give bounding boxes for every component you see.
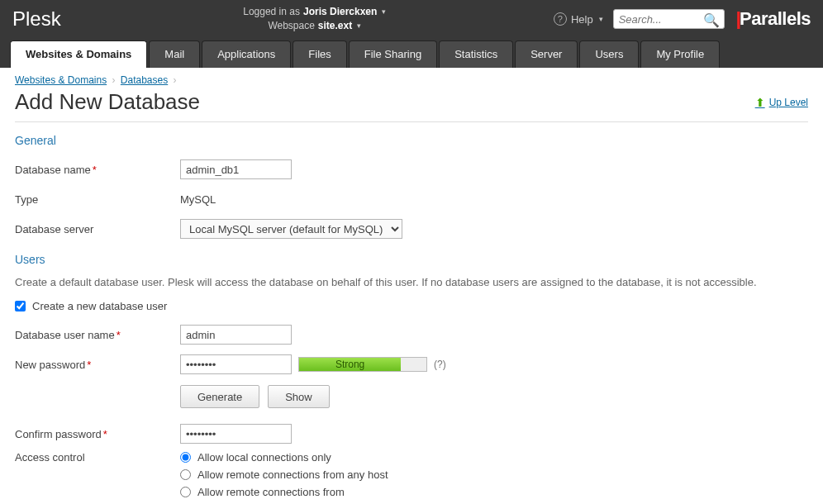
access-radio-2[interactable] [180,487,191,497]
page-body: Websites & Domains › Databases › Add New… [0,68,823,504]
generate-button[interactable]: Generate [180,385,259,408]
top-bar: Plesk Logged in as Joris Dierckxen ▾ Web… [0,0,823,38]
row-db-user-name: Database user name* [15,322,808,347]
input-new-password[interactable] [180,354,292,374]
label-type: Type [15,193,180,206]
breadcrumb-sep: › [174,74,177,86]
breadcrumb-link-websites[interactable]: Websites & Domains [15,74,107,86]
partner-logo: ||Parallels [736,8,811,30]
password-strength-label: Strong [299,358,401,371]
input-db-name[interactable] [180,159,292,179]
row-db-server: Database server Local MySQL server (defa… [15,216,808,241]
section-title-general: General [15,134,808,149]
webspace-label: Webspace [268,19,314,33]
webspace-row[interactable]: Webspace site.ext ▾ [268,19,361,33]
up-arrow-icon: ⬆ [755,96,765,109]
logged-in-label: Logged in as [243,5,300,19]
up-level-link[interactable]: ⬆ Up Level [755,96,808,109]
section-desc-users: Create a default database user. Plesk wi… [15,276,808,288]
value-type: MySQL [180,193,216,206]
chevron-down-icon: ▾ [382,7,386,17]
checkbox-create-user[interactable] [15,301,26,311]
divider [15,121,808,122]
help-menu[interactable]: ? Help ▾ [554,12,603,26]
search-wrap: 🔍 [613,9,725,29]
row-create-user: Create a new database user [15,300,808,312]
tab-files[interactable]: Files [293,40,346,68]
tab-applications[interactable]: Applications [202,40,291,68]
label-confirm-password: Confirm password* [15,428,180,440]
chevron-down-icon: ▾ [599,15,603,23]
row-generate-show: Generate Show [15,382,808,416]
password-strength-meter: Strong [298,357,427,372]
logged-in-user: Joris Dierckxen [303,5,377,19]
session-info: Logged in as Joris Dierckxen ▾ Webspace … [86,5,544,33]
main-tabs: Websites & DomainsMailApplicationsFilesF… [0,38,823,68]
input-db-user-name[interactable] [180,325,292,345]
access-option-2[interactable]: Allow remote connections from [180,486,388,498]
row-new-password: New password* Strong (?) [15,352,808,377]
chevron-down-icon: ▾ [357,21,361,31]
brand-logo: Plesk [12,7,86,31]
access-option-1[interactable]: Allow remote connections from any host [180,468,388,481]
row-access-control: Access control Allow local connections o… [15,451,808,498]
access-option-0[interactable]: Allow local connections only [180,451,388,464]
search-icon[interactable]: 🔍 [703,12,720,28]
breadcrumb-sep: › [112,74,116,86]
access-radio-group: Allow local connections onlyAllow remote… [180,451,388,498]
tab-file-sharing[interactable]: File Sharing [349,40,437,68]
access-radio-1[interactable] [180,469,191,480]
tab-server[interactable]: Server [515,40,578,68]
tab-users[interactable]: Users [579,40,639,68]
input-confirm-password[interactable] [180,424,292,444]
logged-in-row[interactable]: Logged in as Joris Dierckxen ▾ [243,5,386,19]
page-header: Add New Database ⬆ Up Level [15,89,808,115]
label-db-server: Database server [15,223,180,235]
password-hint-icon[interactable]: (?) [434,359,446,370]
tab-my-profile[interactable]: My Profile [640,40,720,68]
row-type: Type MySQL [15,187,808,212]
select-db-server[interactable]: Local MySQL server (default for MySQL) [180,219,402,239]
section-title-users: Users [15,253,808,268]
tab-mail[interactable]: Mail [149,40,200,68]
help-icon: ? [554,12,567,26]
breadcrumb: Websites & Domains › Databases › [15,74,808,86]
show-button[interactable]: Show [268,385,330,408]
help-label: Help [571,13,593,26]
label-db-name: Database name* [15,164,180,176]
row-db-name: Database name* [15,157,808,182]
label-create-user: Create a new database user [32,300,167,312]
access-radio-0[interactable] [180,452,191,463]
breadcrumb-link-databases[interactable]: Databases [121,74,168,86]
tab-statistics[interactable]: Statistics [439,40,513,68]
page-title: Add New Database [15,89,755,115]
label-db-user-name: Database user name* [15,329,180,341]
row-confirm-password: Confirm password* [15,421,808,446]
up-level-label: Up Level [769,97,808,108]
tab-websites-domains[interactable]: Websites & Domains [10,40,147,68]
access-option-label: Allow remote connections from [197,486,345,498]
label-access-control: Access control [15,451,180,464]
access-option-label: Allow local connections only [197,451,331,464]
access-option-label: Allow remote connections from any host [197,468,388,481]
label-new-password: New password* [15,359,180,371]
webspace-value: site.ext [318,19,352,33]
